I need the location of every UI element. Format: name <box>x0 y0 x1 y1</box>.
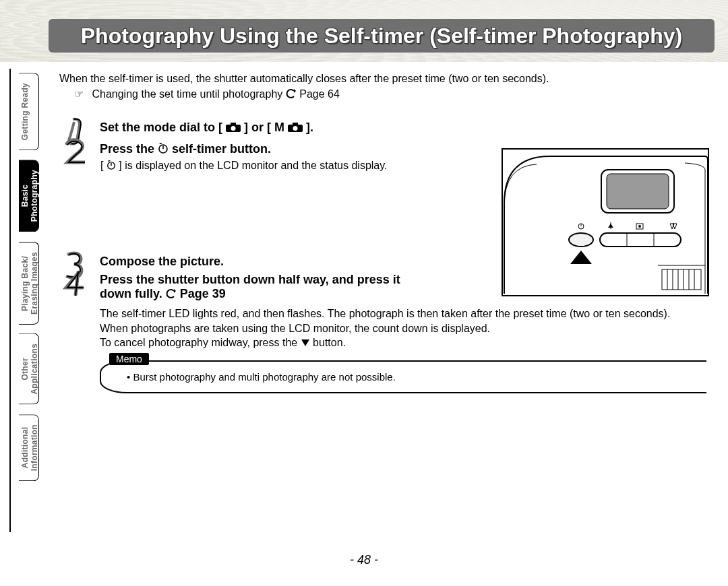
memo-label: Memo <box>109 353 149 365</box>
desc-line-3: To cancel photography midway, press the … <box>100 335 709 351</box>
step-1: Set the mode dial to [ ] or [ M ]. <box>59 121 709 135</box>
content-area: When the self-timer is used, the shutter… <box>59 73 709 393</box>
self-timer-icon <box>107 160 116 172</box>
page-title-banner: Photography Using the Self-timer (Self-t… <box>49 19 715 53</box>
step-number-4-icon <box>59 269 92 298</box>
svg-point-5 <box>293 126 298 131</box>
camera-icon <box>288 121 303 135</box>
svg-point-16 <box>638 225 641 228</box>
section-tabs: Getting Ready Basic Photography Playing … <box>19 73 39 481</box>
page-title: Photography Using the Self-timer (Self-t… <box>81 24 683 48</box>
intro-text: When the self-timer is used, the shutter… <box>59 73 709 85</box>
memo-box: Burst photography and multi photography … <box>100 360 706 393</box>
desc-line-1: The self-timer LED lights red, and then … <box>100 306 709 321</box>
step-1-title: Set the mode dial to [ ] or [ M ]. <box>100 121 709 135</box>
svg-point-17 <box>569 233 593 247</box>
intro-sub-pre: Changing the set time until photography <box>92 88 285 100</box>
self-timer-icon <box>158 143 169 157</box>
intro-sub-page: Page 64 <box>299 88 340 100</box>
step-number-2-icon <box>59 138 92 168</box>
tab-basic-photography[interactable]: Basic Photography <box>19 160 39 232</box>
step-4-description: The self-timer LED lights red, and then … <box>59 306 709 351</box>
camera-icon <box>226 121 241 135</box>
memo-item: Burst photography and multi photography … <box>127 371 694 383</box>
curved-arrow-icon <box>286 88 297 102</box>
step-3: Compose the picture. <box>59 255 709 269</box>
pointing-hand-icon: ☞ <box>74 88 89 100</box>
tab-playing-back[interactable]: Playing Back/ Erasing Images <box>19 242 39 325</box>
curved-arrow-icon <box>166 288 177 302</box>
svg-rect-4 <box>293 123 298 125</box>
step-4: Press the shutter button down half way, … <box>59 273 709 302</box>
desc-line-2: When photographs are taken using the LCD… <box>100 321 709 336</box>
svg-point-2 <box>231 126 236 131</box>
svg-rect-11 <box>607 174 669 209</box>
step-4-title: Press the shutter button down half way, … <box>100 273 709 302</box>
tab-other-applications[interactable]: Other Applications <box>19 333 39 405</box>
page-number: - 48 - <box>0 553 728 567</box>
intro-subtext: ☞ Changing the set time until photograph… <box>74 88 709 102</box>
left-gutter-line <box>9 69 11 532</box>
down-triangle-icon <box>301 336 310 351</box>
tab-getting-ready[interactable]: Getting Ready <box>19 73 39 150</box>
tab-additional-information[interactable]: Additional Information <box>19 414 39 481</box>
step-3-title: Compose the picture. <box>100 255 709 269</box>
svg-rect-1 <box>231 123 236 125</box>
memo-block: Memo Burst photography and multi photogr… <box>100 360 706 393</box>
